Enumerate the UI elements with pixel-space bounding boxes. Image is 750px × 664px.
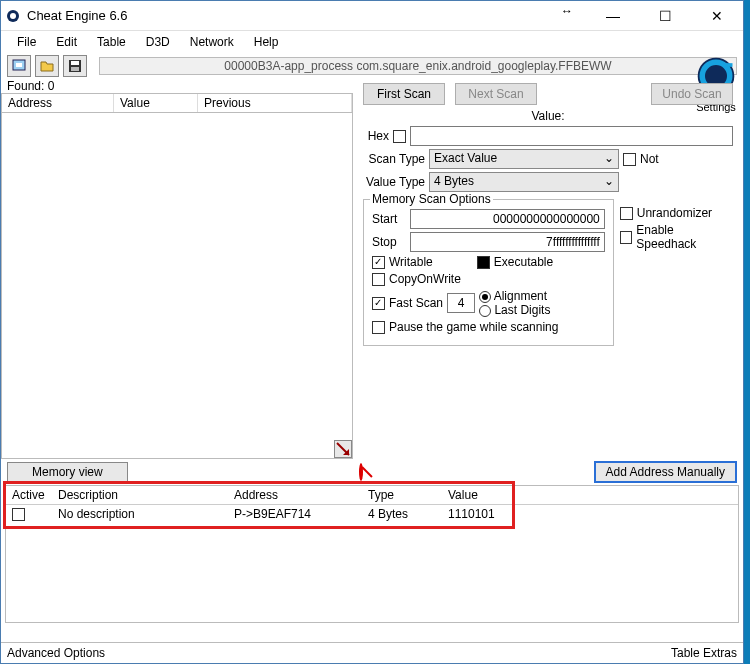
pause-checkbox[interactable] bbox=[372, 321, 385, 334]
svg-rect-6 bbox=[71, 67, 79, 71]
first-scan-button[interactable]: First Scan bbox=[363, 83, 445, 105]
process-select-button[interactable] bbox=[7, 55, 31, 77]
scantype-select[interactable]: Exact Value⌄ bbox=[429, 149, 619, 169]
hex-label: Hex bbox=[363, 129, 389, 143]
app-icon bbox=[5, 8, 21, 24]
fastscan-checkbox[interactable] bbox=[372, 297, 385, 310]
memory-view-button[interactable]: Memory view bbox=[7, 462, 128, 482]
start-input[interactable] bbox=[410, 209, 605, 229]
value-input[interactable] bbox=[410, 126, 733, 146]
memopts-legend: Memory Scan Options bbox=[370, 192, 493, 206]
undo-scan-button[interactable]: Undo Scan bbox=[651, 83, 733, 105]
result-header: Address Value Previous bbox=[1, 93, 353, 113]
not-checkbox[interactable] bbox=[623, 153, 636, 166]
open-button[interactable] bbox=[35, 55, 59, 77]
col-address[interactable]: Address bbox=[2, 94, 114, 112]
cow-label: CopyOnWrite bbox=[389, 272, 461, 286]
svg-point-1 bbox=[10, 13, 16, 19]
speedhack-checkbox[interactable] bbox=[620, 231, 633, 244]
cow-checkbox[interactable] bbox=[372, 273, 385, 286]
titlebar: Cheat Engine 6.6 ↔ — ☐ ✕ bbox=[1, 1, 743, 31]
chevron-down-icon: ⌄ bbox=[604, 174, 614, 190]
speedhack-label: Enable Speedhack bbox=[636, 223, 733, 251]
alignment-radio[interactable] bbox=[479, 291, 491, 303]
writable-label: Writable bbox=[389, 255, 433, 269]
fastscan-value[interactable] bbox=[447, 293, 475, 313]
row-type[interactable]: 4 Bytes bbox=[362, 505, 442, 523]
cheat-table[interactable]: Active Description Address Type Value No… bbox=[5, 485, 739, 623]
row-addr[interactable]: P->B9EAF714 bbox=[228, 505, 362, 523]
maximize-button[interactable]: ☐ bbox=[647, 4, 683, 28]
fastscan-label: Fast Scan bbox=[389, 296, 443, 310]
window-title: Cheat Engine 6.6 bbox=[27, 8, 555, 23]
not-label: Not bbox=[640, 152, 659, 166]
found-count: 0 bbox=[48, 79, 55, 93]
value-label: Value: bbox=[531, 109, 564, 123]
memory-scan-options: Memory Scan Options Start Stop Writable … bbox=[363, 199, 614, 346]
hex-checkbox[interactable] bbox=[393, 130, 406, 143]
ct-col-addr[interactable]: Address bbox=[228, 486, 362, 504]
menubar: File Edit Table D3D Network Help bbox=[1, 31, 743, 53]
add-address-manually-button[interactable]: Add Address Manually bbox=[594, 461, 737, 483]
executable-label: Executable bbox=[494, 255, 553, 269]
ct-header: Active Description Address Type Value bbox=[6, 486, 738, 505]
svg-rect-8 bbox=[725, 63, 732, 67]
stop-label: Stop bbox=[372, 235, 406, 249]
pause-label: Pause the game while scanning bbox=[389, 320, 558, 334]
menu-d3d[interactable]: D3D bbox=[138, 33, 178, 51]
lastdigits-label: Last Digits bbox=[494, 303, 550, 317]
no-entry-icon[interactable] bbox=[359, 463, 363, 481]
advanced-options-button[interactable]: Advanced Options bbox=[7, 646, 105, 660]
scantype-label: Scan Type bbox=[363, 152, 425, 166]
ct-col-value[interactable]: Value bbox=[442, 486, 520, 504]
menu-edit[interactable]: Edit bbox=[48, 33, 85, 51]
process-name[interactable]: 00000B3A-app_process com.square_enix.and… bbox=[99, 57, 737, 75]
start-label: Start bbox=[372, 212, 406, 226]
row-active-checkbox[interactable] bbox=[12, 508, 25, 521]
menu-file[interactable]: File bbox=[9, 33, 44, 51]
table-extras-button[interactable]: Table Extras bbox=[671, 646, 737, 660]
col-value[interactable]: Value bbox=[114, 94, 198, 112]
svg-rect-3 bbox=[16, 63, 22, 67]
row-desc[interactable]: No description bbox=[52, 505, 228, 523]
result-list[interactable] bbox=[1, 113, 353, 459]
ct-col-type[interactable]: Type bbox=[362, 486, 442, 504]
unrandomizer-label: Unrandomizer bbox=[637, 206, 712, 220]
alignment-label: Alignment bbox=[494, 289, 547, 303]
svg-rect-5 bbox=[71, 61, 79, 65]
valuetype-label: Value Type bbox=[363, 175, 425, 189]
found-label: Found: 0 bbox=[1, 79, 353, 93]
ct-col-active[interactable]: Active bbox=[6, 486, 52, 504]
close-button[interactable]: ✕ bbox=[699, 4, 735, 28]
chevron-down-icon: ⌄ bbox=[604, 151, 614, 167]
save-button[interactable] bbox=[63, 55, 87, 77]
writable-checkbox[interactable] bbox=[372, 256, 385, 269]
restore-gap-icon: ↔ bbox=[555, 4, 579, 28]
ct-col-desc[interactable]: Description bbox=[52, 486, 228, 504]
executable-checkbox[interactable] bbox=[477, 256, 490, 269]
menu-help[interactable]: Help bbox=[246, 33, 287, 51]
minimize-button[interactable]: — bbox=[595, 4, 631, 28]
menu-table[interactable]: Table bbox=[89, 33, 134, 51]
valuetype-select[interactable]: 4 Bytes⌄ bbox=[429, 172, 619, 192]
menu-network[interactable]: Network bbox=[182, 33, 242, 51]
unrandomizer-checkbox[interactable] bbox=[620, 207, 633, 220]
lastdigits-radio[interactable] bbox=[479, 305, 491, 317]
next-scan-button[interactable]: Next Scan bbox=[455, 83, 537, 105]
col-previous[interactable]: Previous bbox=[198, 94, 352, 112]
resize-corner-icon[interactable] bbox=[334, 440, 352, 458]
stop-input[interactable] bbox=[410, 232, 605, 252]
row-value[interactable]: 1110101 bbox=[442, 505, 520, 523]
table-row[interactable]: No description P->B9EAF714 4 Bytes 11101… bbox=[6, 505, 738, 523]
